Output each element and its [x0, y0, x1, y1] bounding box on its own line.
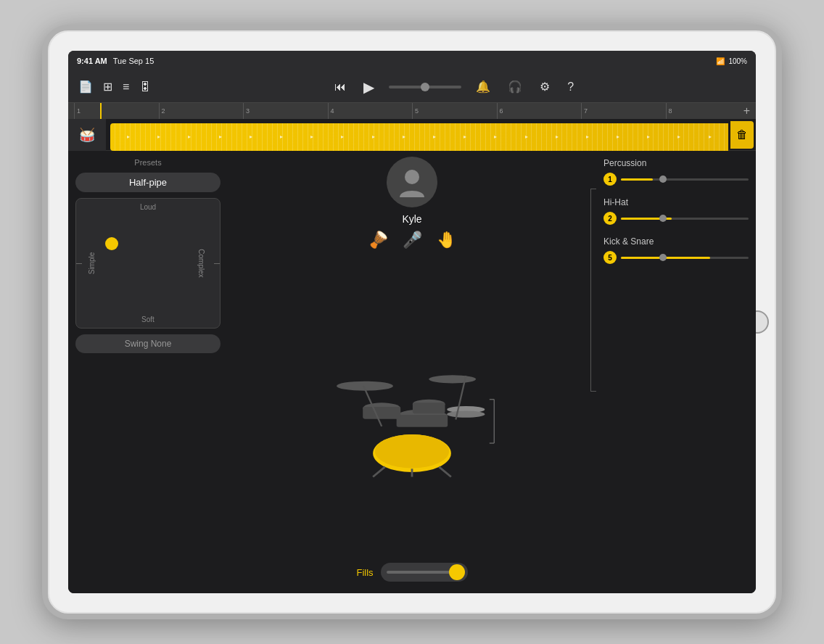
track-delete-button[interactable]: 🗑	[730, 121, 754, 149]
kick-snare-label: Kick & Snare	[603, 236, 749, 247]
svg-point-12	[375, 434, 449, 468]
kick-snare-slider-row: 5	[603, 251, 749, 264]
svg-line-14	[439, 467, 451, 477]
drum-track-icon: 🥁	[79, 127, 95, 143]
ruler-mark-4: 4	[328, 103, 413, 119]
tambourine-icon[interactable]: 🪘	[368, 231, 388, 249]
svg-point-4	[447, 411, 485, 418]
kick-snare-section: Kick & Snare 5	[603, 236, 749, 264]
tracks-view-button[interactable]: ⊞	[100, 77, 115, 96]
presets-label: Presets	[75, 158, 221, 167]
status-bar: 9:41 AM Tue Sep 15 📶 100%	[68, 51, 756, 71]
ruler-mark-6: 6	[497, 103, 582, 119]
svg-point-2	[429, 375, 476, 383]
mixer-button[interactable]: 🎛	[136, 78, 154, 96]
fills-label: Fills	[356, 567, 373, 578]
list-button[interactable]: ≡	[120, 78, 132, 96]
status-date: Tue Sep 15	[113, 57, 154, 65]
preset-button[interactable]: Half-pipe	[75, 173, 221, 192]
status-time: 9:41 AM	[77, 57, 107, 65]
ruler-mark-1: 1	[74, 103, 159, 119]
ruler-mark-5: 5	[412, 103, 497, 119]
percussion-label: Percussion	[603, 158, 749, 168]
transport-slider[interactable]	[389, 86, 461, 88]
side-button[interactable]	[45, 276, 48, 290]
svg-rect-6	[397, 415, 448, 427]
play-button[interactable]: ▶	[360, 75, 377, 99]
hand-icon[interactable]: 🤚	[437, 231, 456, 249]
toolbar-center: ⏮ ▶ 🔔 🎧 ⚙ ?	[160, 75, 749, 99]
ruler-mark-7: 7	[581, 103, 666, 119]
ruler-mark-3: 3	[243, 103, 328, 119]
right-panel: Percussion 1 Hi-Hat 2	[596, 151, 756, 593]
headphone-icon: 🎧	[505, 77, 525, 96]
simple-label: Simple	[88, 252, 96, 275]
new-project-button[interactable]: 📄	[75, 77, 96, 96]
toolbar-left: 📄 ⊞ ≡ 🎛	[75, 77, 154, 96]
svg-rect-8	[363, 407, 400, 419]
fills-row: Fills	[356, 563, 467, 587]
microphone-icon[interactable]: 🎤	[403, 231, 422, 249]
svg-line-13	[373, 467, 385, 477]
main-content: Presets Half-pipe Loud Soft Simple Compl…	[68, 151, 756, 593]
kick-snare-value: 5	[603, 251, 617, 264]
percussion-section: Percussion 1	[603, 158, 749, 186]
track-header: 🥁	[68, 119, 106, 151]
fills-toggle-knob	[449, 564, 465, 580]
percussion-slider-row: 1	[603, 173, 749, 186]
style-pad[interactable]: Loud Soft Simple Complex	[75, 198, 221, 329]
kick-snare-slider[interactable]	[621, 257, 749, 259]
help-icon[interactable]: ?	[564, 78, 577, 96]
complex-label: Complex	[197, 249, 205, 277]
style-position-dot[interactable]	[105, 237, 118, 250]
drum-kit	[234, 255, 590, 557]
settings-icon[interactable]: ⚙	[537, 77, 553, 96]
status-icons: 📶 100%	[716, 57, 747, 65]
hihat-label: Hi-Hat	[603, 197, 749, 207]
svg-point-0	[405, 170, 419, 184]
ruler-marks: 1 2 3 4 5 6 7 8	[74, 103, 750, 119]
hihat-slider[interactable]	[621, 218, 749, 220]
hihat-slider-row: 2	[603, 212, 749, 225]
drummer-avatar	[387, 157, 437, 207]
skip-back-button[interactable]: ⏮	[331, 78, 349, 96]
percussion-slider[interactable]	[621, 178, 749, 181]
hihat-section: Hi-Hat 2	[603, 197, 749, 225]
add-track-icon[interactable]: +	[743, 104, 750, 117]
control-icons: 🪘 🎤 🤚	[368, 231, 456, 249]
swing-button[interactable]: Swing None	[75, 334, 221, 353]
loud-label: Loud	[140, 203, 156, 211]
ruler-mark-8: 8	[666, 103, 751, 119]
fills-toggle[interactable]	[381, 563, 468, 582]
percussion-value: 1	[603, 173, 617, 186]
hihat-value: 2	[603, 212, 617, 225]
center-panel: Kyle 🪘 🎤 🤚	[228, 151, 596, 593]
left-panel: Presets Half-pipe Loud Soft Simple Compl…	[68, 151, 228, 593]
trash-icon: 🗑	[736, 128, 748, 141]
track-region[interactable]: ▸▸▸▸▸▸▸▸▸▸▸▸▸▸▸▸▸▸▸▸	[110, 123, 728, 151]
soft-label: Soft	[141, 315, 154, 323]
metronome-icon: 🔔	[473, 77, 493, 96]
ruler: 1 2 3 4 5 6 7 8 +	[68, 103, 756, 119]
svg-rect-10	[413, 402, 445, 413]
toolbar: 📄 ⊞ ≡ 🎛 ⏮ ▶ 🔔 🎧 ⚙ ?	[68, 71, 756, 103]
screen: 9:41 AM Tue Sep 15 📶 100% 📄 ⊞ ≡ 🎛 ⏮ ▶ 🔔 …	[68, 51, 756, 593]
drummer-name: Kyle	[402, 213, 421, 225]
track-arrows: ▸▸▸▸▸▸▸▸▸▸▸▸▸▸▸▸▸▸▸▸	[110, 133, 728, 140]
wifi-icon: 📶	[716, 57, 725, 65]
battery-icon: 100%	[728, 57, 747, 65]
track-area: 🥁 ▸▸▸▸▸▸▸▸▸▸▸▸▸▸▸▸▸▸▸▸ 🗑	[68, 119, 756, 151]
ruler-mark-2: 2	[159, 103, 244, 119]
